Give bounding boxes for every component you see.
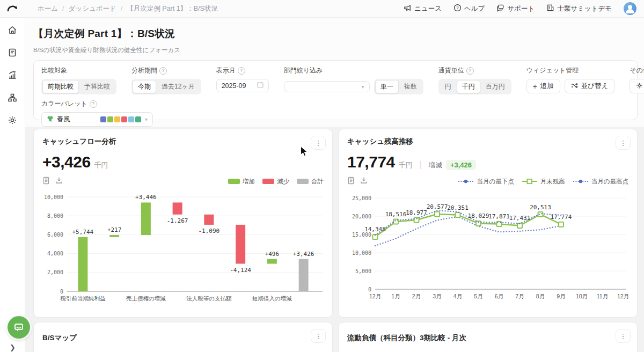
svg-text:4月: 4月 — [453, 293, 462, 299]
svg-text:10,000: 10,000 — [44, 194, 63, 200]
bs-map-card: B/Sマップ ⋮ 固定資産流動資産純資産流動負債 — [33, 322, 333, 352]
download-icon[interactable] — [55, 177, 63, 186]
megaphone-icon — [404, 4, 412, 13]
currency-toggle: 円 千円 百万円 — [438, 79, 511, 94]
currency-thousand-yen[interactable]: 千円 — [457, 80, 480, 93]
help-link[interactable]: ? ヘルプ — [453, 4, 485, 13]
svg-text:短期借入の増減: 短期借入の増減 — [252, 295, 292, 302]
document-icon[interactable] — [7, 47, 18, 58]
svg-text:17,871: 17,871 — [488, 213, 510, 220]
liabilities-menu-button[interactable]: ⋮ — [616, 329, 631, 343]
dashboard-page: ホーム / ダッシュボード / 【月次定例 Part 1】：B/S状況 ニュース… — [0, 0, 644, 352]
svg-text:売上債権の増減: 売上債権の増減 — [126, 295, 166, 302]
filter-department: 部門絞り込み ▾ 単一 複数 — [284, 66, 423, 94]
svg-text:14,348: 14,348 — [364, 226, 386, 233]
compare-toggle: 前期比較 予算比較 — [41, 79, 116, 94]
breadcrumb: ホーム / ダッシュボード / 【月次定例 Part 1】：B/S状況 — [38, 4, 218, 13]
palette-swatches — [100, 116, 141, 122]
svg-text:5,000: 5,000 — [355, 268, 371, 274]
clover-icon — [47, 115, 54, 124]
app-logo-icon[interactable] — [6, 4, 18, 13]
mode-single[interactable]: 単一 — [375, 80, 399, 93]
department-mode-toggle: 単一 複数 — [374, 79, 423, 94]
chat-icon — [496, 4, 504, 13]
other-actions: その他 設定 削除 — [630, 66, 644, 93]
svg-text:-1,090: -1,090 — [199, 228, 220, 234]
chevron-down-icon: ▾ — [145, 116, 148, 122]
svg-text:18,516: 18,516 — [385, 211, 407, 218]
svg-text:3月: 3月 — [433, 293, 441, 299]
legend-item: 当月の最高点 — [573, 178, 628, 186]
svg-text:25,000: 25,000 — [352, 195, 371, 201]
memo-icon[interactable] — [42, 177, 50, 187]
filter-toolbar: 比較対象 前期比較 予算比較 分析期間? 今期 過去12ヶ月 表示月? — [33, 60, 638, 120]
user-avatar[interactable] — [624, 2, 636, 15]
analytics-icon[interactable] — [7, 70, 18, 80]
svg-text:+3,446: +3,446 — [135, 194, 157, 201]
divider: | — [420, 160, 422, 170]
filter-period: 分析期間? 今期 過去12ヶ月 — [131, 66, 201, 94]
legend-item: 増加 — [228, 178, 255, 186]
compare-option-prev[interactable]: 前期比較 — [42, 80, 79, 93]
support-link[interactable]: サポート — [496, 4, 535, 13]
home-icon[interactable] — [7, 25, 18, 35]
page-subtitle: B/Sの状況や資金繰り財務状況の健全性にフォーカス — [33, 46, 180, 54]
sitemap-icon[interactable] — [7, 92, 18, 103]
svg-text:12月: 12月 — [617, 293, 629, 299]
palette-select[interactable]: 春風 ▾ — [41, 112, 153, 127]
period-toggle: 今期 過去12ヶ月 — [131, 79, 201, 94]
svg-text:9月: 9月 — [557, 293, 565, 299]
svg-text:20,513: 20,513 — [530, 204, 551, 211]
liabilities-card: 流動負債（科目分類）3期比較 - 月次 ⋮ 前々期前期今期 — [338, 322, 638, 352]
chevron-down-icon: ▾ — [362, 84, 364, 90]
balance-amount: 17,774 — [347, 153, 395, 171]
help-icon[interactable]: ? — [90, 100, 97, 108]
tenant-link[interactable]: 士業サミットデモ — [546, 4, 612, 13]
sidebar-expand-chevron[interactable]: ❯ — [10, 343, 16, 351]
svg-text:+217: +217 — [107, 226, 122, 233]
svg-text:6月: 6月 — [495, 293, 503, 299]
settings-button[interactable]: 設定 — [630, 79, 644, 93]
currency-yen[interactable]: 円 — [440, 80, 457, 93]
memo-icon[interactable] — [347, 177, 355, 187]
mode-multi[interactable]: 複数 — [399, 80, 422, 93]
svg-text:20,351: 20,351 — [447, 204, 469, 211]
delta-badge: +3,426 — [446, 160, 476, 170]
cashflow-menu-button[interactable]: ⋮ — [311, 136, 326, 150]
svg-text:+496: +496 — [265, 251, 280, 258]
filter-month: 表示月? 2025-09 — [216, 66, 269, 92]
compare-option-budget[interactable]: 予算比較 — [79, 80, 115, 93]
cashflow-card: キャッシュフロー分析 ⋮ +3,426 千円 増加減少合計 02,0004,00… — [33, 129, 333, 318]
chat-widget-button[interactable] — [8, 316, 30, 339]
widget-management: ウィジェット管理 + 追加 並び替え — [526, 66, 615, 93]
help-icon[interactable]: ? — [466, 67, 474, 75]
navbar-right: ニュース ? ヘルプ サポート 士業サミットデモ — [404, 2, 636, 15]
svg-text:1月: 1月 — [391, 293, 400, 299]
svg-text:+5,744: +5,744 — [72, 229, 94, 236]
help-icon[interactable]: ? — [238, 67, 245, 75]
download-icon[interactable] — [360, 177, 368, 186]
department-select[interactable]: ▾ — [284, 81, 370, 92]
cash-balance-card: キャッシュ残高推移 ⋮ 17,774 千円 | 増減 +3,426 当月の最下点… — [338, 129, 638, 318]
period-option-current[interactable]: 今期 — [133, 80, 156, 93]
breadcrumb-dashboard[interactable]: ダッシュボード — [69, 4, 116, 13]
add-widget-button[interactable]: + 追加 — [526, 79, 560, 93]
display-month-input[interactable]: 2025-09 — [216, 79, 269, 92]
balance-menu-button[interactable]: ⋮ — [616, 136, 631, 150]
svg-text:7月: 7月 — [515, 293, 524, 299]
breadcrumb-separator: / — [62, 5, 64, 12]
currency-million-yen[interactable]: 百万円 — [480, 80, 510, 93]
period-option-12m[interactable]: 過去12ヶ月 — [156, 80, 200, 93]
settings-icon[interactable] — [7, 115, 18, 126]
news-link[interactable]: ニュース — [404, 4, 442, 13]
cashflow-card-title: キャッシュフロー分析 — [42, 137, 324, 146]
legend-item: 月末残高 — [522, 178, 565, 186]
svg-text:+3,426: +3,426 — [293, 251, 314, 258]
cashflow-legend: 増加減少合計 — [228, 178, 324, 186]
breadcrumb-home[interactable]: ホーム — [38, 4, 58, 13]
reorder-widgets-button[interactable]: 並び替え — [565, 79, 615, 93]
gear-icon — [636, 82, 643, 91]
help-icon[interactable]: ? — [159, 67, 167, 75]
svg-text:2月: 2月 — [412, 293, 421, 299]
bsmap-menu-button[interactable]: ⋮ — [311, 329, 326, 343]
